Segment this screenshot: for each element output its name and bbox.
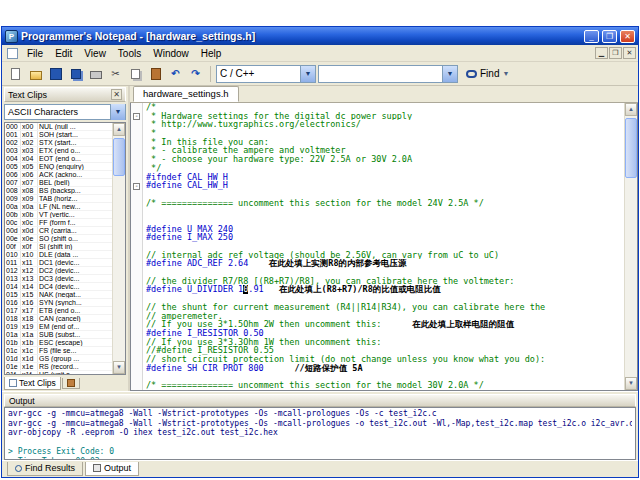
- tab-output[interactable]: Output: [85, 462, 139, 476]
- search-input[interactable]: ▼: [318, 65, 458, 83]
- copy-button[interactable]: [126, 64, 145, 83]
- list-item[interactable]: 003x03ETX (end o...: [5, 147, 112, 155]
- list-item[interactable]: 01ex1eRS (record...: [5, 363, 112, 371]
- scroll-thumb[interactable]: [625, 118, 637, 178]
- code-line[interactable]: // If you use 3*3.3Ohm 1W then uncomment…: [146, 338, 624, 347]
- code-line[interactable]: /*: [146, 103, 624, 112]
- list-item[interactable]: 01ax1aSUB (subst...: [5, 331, 112, 339]
- list-item[interactable]: 005x05ENQ (enquiry): [5, 163, 112, 171]
- list-item[interactable]: 013x13DC3 (devic...: [5, 275, 112, 283]
- code-line[interactable]: * Hardware settings for the digital dc p…: [146, 112, 624, 121]
- menu-tools[interactable]: Tools: [112, 47, 147, 60]
- code-line[interactable]: #ifndef CAL_HW_H: [146, 173, 624, 182]
- tab-clipboard[interactable]: [62, 378, 80, 389]
- code-line[interactable]: #define SH_CIR_PROT 800 //短路保护值 5A: [146, 364, 624, 373]
- clip-list-scrollbar[interactable]: ▲ ▼: [112, 123, 125, 374]
- title-bar[interactable]: P Programmer's Notepad - [hardware_setti…: [2, 27, 638, 45]
- scroll-up-icon[interactable]: ▲: [113, 123, 125, 136]
- redo-button[interactable]: [186, 64, 205, 83]
- chevron-down-icon[interactable]: ▼: [110, 104, 125, 120]
- list-item[interactable]: 007x07BEL (bell): [5, 179, 112, 187]
- code-line[interactable]: #define CAL_HW_H: [146, 181, 624, 190]
- open-folder-button[interactable]: [26, 64, 45, 83]
- list-item[interactable]: 010x10DLE (data ...: [5, 251, 112, 259]
- code-line[interactable]: /* ============== uncomment this section…: [146, 199, 624, 208]
- list-item[interactable]: 014x14DC4 (devic...: [5, 283, 112, 291]
- menu-file[interactable]: File: [21, 47, 49, 60]
- code-line[interactable]: * - choose your hardware type: 22V 2.5A …: [146, 155, 624, 164]
- code-line[interactable]: // short circuit protection limit (do no…: [146, 355, 624, 364]
- list-item[interactable]: 00dx0dCR (carria...: [5, 227, 112, 235]
- paste-button[interactable]: [146, 64, 165, 83]
- list-item[interactable]: 00ax0aLF (NL new...: [5, 203, 112, 211]
- minimize-button[interactable]: _: [584, 30, 599, 43]
- code-line[interactable]: * In this file you can:: [146, 138, 624, 147]
- menu-help[interactable]: Help: [195, 47, 228, 60]
- list-item[interactable]: 019x19EM (end of...: [5, 323, 112, 331]
- code-line[interactable]: *: [146, 129, 624, 138]
- code-line[interactable]: [146, 294, 624, 303]
- close-icon[interactable]: ✕: [111, 89, 122, 100]
- code-line[interactable]: * http://www.tuxgraphics.org/electronics…: [146, 120, 624, 129]
- fold-toggle-icon[interactable]: -: [133, 183, 140, 190]
- list-item[interactable]: 006x06ACK (ackno...: [5, 171, 112, 179]
- list-item[interactable]: 01cx1cFS (file se...: [5, 347, 112, 355]
- list-item[interactable]: 002x02STX (start...: [5, 139, 112, 147]
- scroll-track[interactable]: [625, 116, 637, 377]
- list-item[interactable]: 00cx0cFF (form f...: [5, 219, 112, 227]
- mdi-minimize-button[interactable]: ▁: [595, 47, 608, 59]
- list-item[interactable]: 000x00NUL (null ...: [5, 123, 112, 131]
- code-line[interactable]: // If you use 3*1.5Ohm 2W then uncomment…: [146, 320, 624, 329]
- code-line[interactable]: [146, 216, 624, 225]
- cut-button[interactable]: [106, 64, 125, 83]
- list-item[interactable]: 00bx0bVT (vertic...: [5, 211, 112, 219]
- new-file-button[interactable]: [6, 64, 25, 83]
- close-button[interactable]: ✕: [620, 30, 635, 43]
- code-area[interactable]: /* * Hardware settings for the digital d…: [143, 103, 624, 390]
- chevron-down-icon[interactable]: ▼: [300, 66, 315, 82]
- scheme-select[interactable]: C / C++ ▼: [216, 65, 316, 83]
- scroll-down-icon[interactable]: ▼: [113, 361, 125, 374]
- code-line[interactable]: #define U_DIVIDER 10.91 在此处填上(R8+R7)/R8的…: [146, 285, 624, 294]
- code-line[interactable]: * - calibrate the ampere and voltmeter: [146, 146, 624, 155]
- save-button[interactable]: [46, 64, 65, 83]
- code-line[interactable]: */: [146, 164, 624, 173]
- code-line[interactable]: [146, 372, 624, 381]
- scroll-down-icon[interactable]: ▼: [625, 377, 637, 390]
- clip-category-select[interactable]: ASCII Characters ▼: [4, 104, 126, 120]
- fold-gutter[interactable]: --: [131, 103, 143, 390]
- fold-toggle-icon[interactable]: -: [133, 113, 140, 120]
- code-line[interactable]: // the shunt for current measurement (R4…: [146, 303, 624, 312]
- code-line[interactable]: #define I_RESISTOR 0.50: [146, 329, 624, 338]
- print-button[interactable]: [86, 64, 105, 83]
- find-button[interactable]: Find ▼: [460, 65, 515, 83]
- code-line[interactable]: [146, 207, 624, 216]
- console[interactable]: avr-gcc -g -mmcu=atmega8 -Wall -Wstrict-…: [4, 407, 636, 460]
- list-item[interactable]: 01fx1fUS (unit s...: [5, 371, 112, 374]
- save-all-button[interactable]: [66, 64, 85, 83]
- chevron-down-icon[interactable]: ▼: [442, 66, 457, 82]
- mdi-close-button[interactable]: ✕: [623, 47, 636, 59]
- scroll-up-icon[interactable]: ▲: [625, 103, 637, 116]
- tab-hardware-settings[interactable]: hardware_settings.h: [133, 86, 239, 102]
- menu-edit[interactable]: Edit: [49, 47, 78, 60]
- code-line[interactable]: // the divider R7/R8 [(R8+R7)/R8], you c…: [146, 277, 624, 286]
- scroll-thumb[interactable]: [113, 138, 125, 176]
- list-item[interactable]: 011x11DC1 (devic...: [5, 259, 112, 267]
- code-line[interactable]: // amperemeter.: [146, 312, 624, 321]
- list-item[interactable]: 017x17ETB (end o...: [5, 307, 112, 315]
- list-item[interactable]: 00fx0fSI (shift in): [5, 243, 112, 251]
- list-item[interactable]: 01dx1dGS (group ...: [5, 355, 112, 363]
- list-item[interactable]: 008x08BS (backsp...: [5, 187, 112, 195]
- code-line[interactable]: //#define I_RESISTOR 0.55: [146, 346, 624, 355]
- list-item[interactable]: 01bx1bESC (escape): [5, 339, 112, 347]
- list-item[interactable]: 004x04EOT (end o...: [5, 155, 112, 163]
- code-line[interactable]: [146, 268, 624, 277]
- chevron-down-icon[interactable]: ▼: [502, 70, 509, 77]
- scroll-track[interactable]: [113, 136, 125, 361]
- code-line[interactable]: [146, 190, 624, 199]
- list-item[interactable]: 012x12DC2 (devic...: [5, 267, 112, 275]
- list-item[interactable]: 009x09TAB (horiz...: [5, 195, 112, 203]
- menu-view[interactable]: View: [78, 47, 112, 60]
- code-line[interactable]: #define ADC_REF 2.64 在此处填上实测R8的内部参考电压源: [146, 259, 624, 268]
